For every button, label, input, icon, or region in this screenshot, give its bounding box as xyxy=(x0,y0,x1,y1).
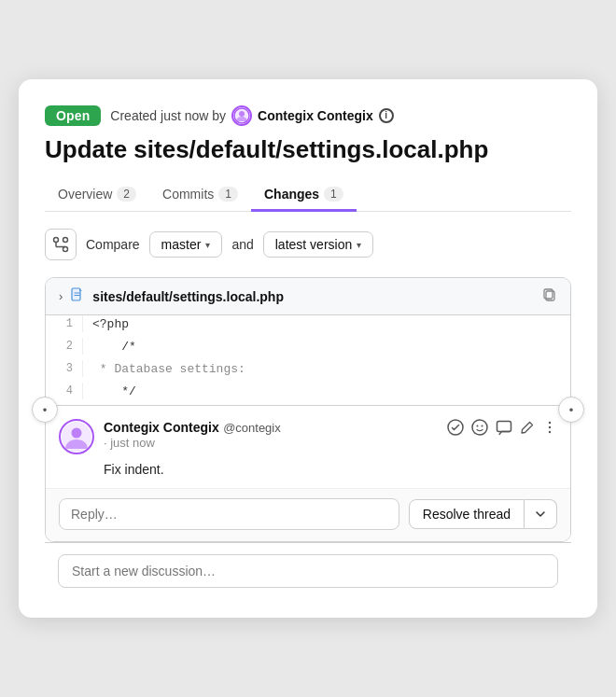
diff-file-header: › sites/default/settings.local.php xyxy=(46,278,570,315)
svg-rect-17 xyxy=(497,422,511,432)
tabs-bar: Overview 2 Commits 1 Changes 1 xyxy=(45,179,571,212)
svg-point-15 xyxy=(477,425,479,427)
tab-commits-badge: 1 xyxy=(218,187,238,202)
resolve-thread-arrow[interactable] xyxy=(525,499,557,529)
comment-body: Fix indent. xyxy=(104,462,557,477)
tab-overview-badge: 2 xyxy=(117,187,136,202)
comment-section: Contegix Contegix @contegix · just now xyxy=(46,405,570,541)
collapse-toggle[interactable]: › xyxy=(59,289,63,303)
compare-label: Compare xyxy=(86,237,140,252)
svg-point-18 xyxy=(549,422,551,424)
comment-username: @contegix xyxy=(223,421,281,435)
pr-title: Update sites/default/settings.local.php xyxy=(45,135,571,164)
tab-overview[interactable]: Overview 2 xyxy=(45,179,149,212)
diff-filename: sites/default/settings.local.php xyxy=(92,289,535,304)
reply-input[interactable] xyxy=(59,498,399,530)
status-badge: Open xyxy=(45,105,101,126)
diff-line: 3 * Database settings: xyxy=(46,360,570,383)
svg-point-20 xyxy=(549,431,551,433)
new-discussion-input[interactable] xyxy=(58,554,558,588)
comment-header: Contegix Contegix @contegix · just now xyxy=(59,419,557,454)
comment-author: Contegix Contegix xyxy=(104,420,219,435)
svg-point-12 xyxy=(72,428,82,439)
diff-line: 2 /* xyxy=(46,338,570,360)
pr-header: Open Created just now by Contegix Conteg… xyxy=(45,105,571,126)
emoji-icon[interactable] xyxy=(471,419,488,436)
svg-point-2 xyxy=(54,238,59,243)
tab-commits[interactable]: Commits 1 xyxy=(149,179,251,212)
author-name: Contegix Contegix xyxy=(258,108,373,123)
comment-icon[interactable] xyxy=(496,419,512,436)
svg-point-14 xyxy=(472,420,487,435)
diff-wrapper: • › sites/default/settings.local.php xyxy=(45,277,571,542)
edit-icon[interactable] xyxy=(520,420,535,435)
diff-line: 1 <?php xyxy=(46,315,570,338)
version-select[interactable]: latest version ▾ xyxy=(263,231,373,258)
check-icon[interactable] xyxy=(447,419,464,436)
new-discussion xyxy=(45,542,571,599)
copy-icon[interactable] xyxy=(542,287,557,305)
diff-code: 1 <?php 2 /* 3 * Database settings: 4 */ xyxy=(46,315,570,405)
resolve-thread-button[interactable]: Resolve thread xyxy=(409,499,525,529)
svg-point-1 xyxy=(239,111,245,117)
file-icon xyxy=(70,287,85,305)
branch-chevron: ▾ xyxy=(205,240,210,250)
comment-meta: Contegix Contegix @contegix · just now xyxy=(104,419,438,450)
diff-container: › sites/default/settings.local.php xyxy=(45,277,571,542)
commenter-avatar xyxy=(59,419,94,454)
and-label: and xyxy=(231,237,253,252)
svg-point-16 xyxy=(482,425,483,427)
author-avatar-small xyxy=(231,105,252,126)
version-chevron: ▾ xyxy=(357,240,361,250)
comment: Contegix Contegix @contegix · just now xyxy=(46,406,570,489)
tab-changes-badge: 1 xyxy=(324,187,343,202)
created-label: Created just now by xyxy=(110,108,226,123)
comment-actions xyxy=(447,419,557,436)
tab-changes[interactable]: Changes 1 xyxy=(251,179,357,212)
reply-bar: Resolve thread xyxy=(46,489,570,541)
more-icon[interactable] xyxy=(542,420,557,435)
diff-line: 4 */ xyxy=(46,383,570,405)
svg-rect-6 xyxy=(72,288,80,300)
comment-time: · just now xyxy=(104,436,438,450)
branch-select[interactable]: master ▾ xyxy=(149,231,223,258)
diff-right-arrow[interactable]: • xyxy=(558,397,584,423)
svg-point-4 xyxy=(63,238,68,243)
pr-card: Open Created just now by Contegix Conteg… xyxy=(19,79,597,618)
pr-meta: Created just now by Contegix Contegix i xyxy=(110,105,393,126)
svg-point-19 xyxy=(549,426,551,428)
compare-icon xyxy=(45,229,77,260)
resolve-group: Resolve thread xyxy=(409,499,557,529)
compare-bar: Compare master ▾ and latest version ▾ xyxy=(45,229,571,260)
diff-left-arrow[interactable]: • xyxy=(32,397,58,423)
info-icon[interactable]: i xyxy=(379,108,394,123)
